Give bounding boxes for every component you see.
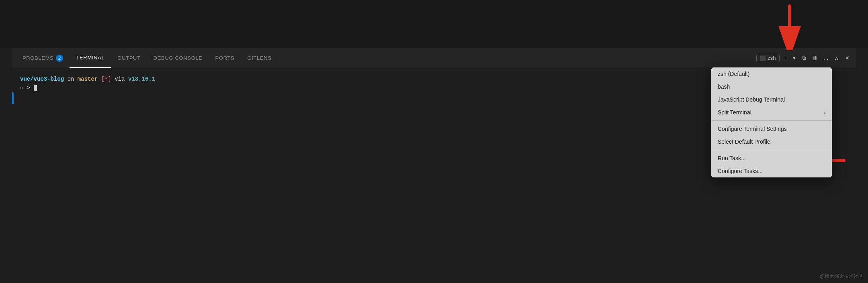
chevron-up-icon: ∧ bbox=[835, 55, 839, 61]
menu-item-select-profile-label: Select Default Profile bbox=[718, 138, 770, 145]
menu-item-configure-settings[interactable]: Configure Terminal Settings bbox=[711, 122, 832, 135]
plus-icon: + bbox=[784, 55, 787, 61]
tab-problems-label: PROBLEMS bbox=[23, 55, 53, 61]
menu-item-configure-tasks-label: Configure Tasks... bbox=[718, 168, 763, 174]
close-panel-button[interactable]: ✕ bbox=[843, 53, 852, 63]
split-icon: ⧉ bbox=[802, 55, 806, 61]
menu-item-zsh-default[interactable]: zsh (Default) bbox=[711, 67, 832, 80]
submenu-chevron-icon: › bbox=[824, 110, 825, 115]
terminal-path: vue/vue3-blog bbox=[20, 76, 64, 82]
menu-item-select-profile[interactable]: Select Default Profile bbox=[711, 135, 832, 148]
delete-terminal-button[interactable]: 🗑 bbox=[810, 53, 820, 63]
menu-item-run-task-label: Run Task... bbox=[718, 155, 746, 161]
menu-divider-1 bbox=[711, 120, 832, 121]
close-icon: ✕ bbox=[845, 55, 850, 61]
terminal-toolbar: ⬛ zsh + ▾ ⧉ 🗑 ... ∧ ✕ bbox=[756, 48, 852, 68]
menu-item-zsh-label: zsh (Default) bbox=[718, 71, 749, 77]
menu-item-js-debug-label: JavaScript Debug Terminal bbox=[718, 96, 785, 103]
terminal-question: [?] bbox=[101, 76, 111, 82]
tab-ports[interactable]: PORTS bbox=[209, 48, 241, 68]
tab-output[interactable]: OUTPUT bbox=[111, 48, 147, 68]
ellipsis-icon: ... bbox=[824, 55, 828, 61]
menu-item-bash-label: bash bbox=[718, 83, 730, 90]
tab-gitlens-label: GITLENS bbox=[247, 55, 271, 61]
watermark: @稀土掘金技术社区 bbox=[820, 273, 863, 280]
terminal-branch: master bbox=[78, 76, 98, 82]
terminal-icon: ⬛ bbox=[760, 55, 766, 61]
terminal-shell-label: ⬛ zsh bbox=[756, 54, 779, 62]
tab-gitlens[interactable]: GITLENS bbox=[241, 48, 278, 68]
tab-terminal[interactable]: TERMINAL bbox=[70, 48, 111, 68]
problems-badge: 2 bbox=[56, 55, 63, 62]
menu-item-split-label: Split Terminal bbox=[718, 109, 751, 116]
terminal-cursor bbox=[34, 85, 37, 91]
collapse-panel-button[interactable]: ∧ bbox=[832, 53, 841, 63]
tab-bar: PROBLEMS 2 TERMINAL OUTPUT DEBUG CONSOLE… bbox=[12, 48, 856, 68]
tab-debug-console[interactable]: DEBUG CONSOLE bbox=[147, 48, 209, 68]
chevron-down-icon: ▾ bbox=[793, 55, 796, 61]
trash-icon: 🗑 bbox=[812, 55, 817, 61]
menu-item-js-debug[interactable]: JavaScript Debug Terminal bbox=[711, 93, 832, 106]
menu-divider-2 bbox=[711, 150, 832, 150]
menu-item-run-task[interactable]: Run Task... bbox=[711, 152, 832, 165]
split-terminal-button[interactable]: ⧉ bbox=[800, 53, 808, 63]
terminal-shell-name: zsh bbox=[768, 55, 776, 61]
new-terminal-button[interactable]: + bbox=[781, 53, 789, 63]
menu-item-split-terminal[interactable]: Split Terminal › bbox=[711, 106, 832, 119]
top-bar-bg bbox=[0, 0, 868, 48]
tab-terminal-label: TERMINAL bbox=[76, 55, 104, 61]
terminal-dropdown-menu: zsh (Default) bash JavaScript Debug Term… bbox=[711, 67, 832, 177]
dropdown-chevron-button[interactable]: ▾ bbox=[790, 53, 798, 63]
menu-item-configure-tasks[interactable]: Configure Tasks... bbox=[711, 165, 832, 177]
tab-output-label: OUTPUT bbox=[117, 55, 140, 61]
menu-item-configure-label: Configure Terminal Settings bbox=[718, 126, 787, 132]
sidebar-indicator bbox=[12, 92, 14, 104]
terminal-version: v18.16.1 bbox=[128, 76, 155, 82]
tab-debug-console-label: DEBUG CONSOLE bbox=[154, 55, 203, 61]
red-arrow-down bbox=[774, 2, 806, 50]
tab-problems[interactable]: PROBLEMS 2 bbox=[16, 48, 70, 68]
menu-item-bash[interactable]: bash bbox=[711, 80, 832, 93]
more-actions-button[interactable]: ... bbox=[821, 53, 831, 63]
terminal-prompt: ○ > bbox=[20, 85, 30, 91]
tab-ports-label: PORTS bbox=[215, 55, 235, 61]
